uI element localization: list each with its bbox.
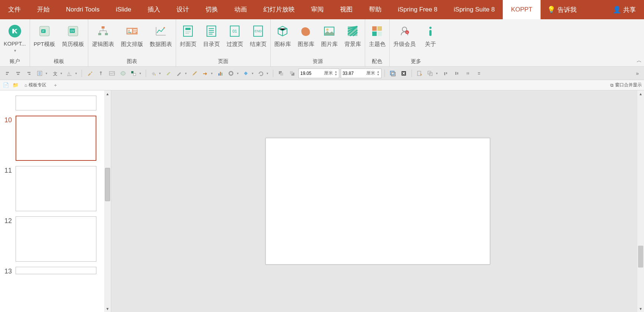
align-left-button[interactable] — [2, 69, 12, 78]
slide-thumbnail[interactable] — [16, 166, 96, 211]
tab-nordri-tools[interactable]: Nordri Tools — [58, 0, 108, 19]
slide-entry-10[interactable]: 10 — [4, 116, 100, 161]
open-folder-icon[interactable]: 📁 — [12, 82, 19, 89]
share-button[interactable]: 👤 共享 — [605, 6, 644, 14]
end-page-button[interactable]: END 结束页 — [249, 22, 267, 49]
highlighter-button[interactable] — [164, 69, 174, 78]
add-tab-button[interactable]: ＋ — [52, 82, 59, 89]
image-text-layout-button[interactable]: 图文排版 — [120, 22, 144, 49]
toolbar-overflow-button[interactable]: » — [633, 70, 642, 76]
align-center-h-button[interactable] — [13, 69, 23, 78]
text-direction-button[interactable]: 文▾ — [50, 69, 64, 78]
pencil-button[interactable] — [190, 69, 199, 78]
slide-entry-11[interactable]: 11 — [4, 166, 100, 211]
tab-koppt[interactable]: KOPPT — [503, 0, 541, 19]
shape-library-button[interactable]: 图形库 — [297, 22, 315, 49]
tab-design[interactable]: 设计 — [168, 0, 197, 19]
slide-entry-prev[interactable] — [4, 96, 100, 110]
height-spinner[interactable]: ▲▼ — [334, 70, 337, 76]
tab-transition[interactable]: 切换 — [197, 0, 226, 19]
end-page-label: 结束页 — [250, 41, 267, 48]
thumbnail-scrollbar[interactable]: ▲ ▼ — [104, 90, 111, 312]
scroll-track[interactable] — [104, 97, 111, 305]
paragraph-spacing-button[interactable]: ▾ — [36, 69, 49, 78]
group-more: V 升级会员 关于 更多 — [390, 19, 442, 66]
theme-color-button[interactable]: 主题色 — [368, 22, 386, 49]
tab-review[interactable]: 审阅 — [303, 0, 332, 19]
svg-point-47 — [121, 72, 125, 75]
width-input[interactable]: 厘米 ▲▼ — [341, 69, 382, 78]
height-input[interactable]: 厘米 ▲▼ — [298, 69, 339, 78]
arrow-style-button[interactable]: ▾ — [201, 69, 214, 78]
selection-pane-button[interactable] — [415, 69, 425, 78]
about-button[interactable]: 关于 — [422, 22, 439, 49]
tab-ispring-free[interactable]: iSpring Free 8 — [390, 0, 446, 19]
distribute-v-button[interactable] — [474, 69, 484, 78]
tab-view[interactable]: 视图 — [332, 0, 361, 19]
koppt-account-button[interactable]: KOPPT... ▼ — [3, 22, 27, 54]
canvas-scrollbar-v[interactable]: ▲ ▼ — [637, 90, 644, 312]
tab-help[interactable]: 帮助 — [361, 0, 390, 19]
new-doc-icon[interactable]: 📄 — [2, 82, 10, 89]
slide-entry-12[interactable]: 12 — [4, 216, 100, 262]
tab-islide[interactable]: iSlide — [108, 0, 139, 19]
tab-ispring-suite[interactable]: iSpring Suite 8 — [446, 0, 503, 19]
current-slide-canvas[interactable] — [265, 138, 490, 265]
tab-insert[interactable]: 插入 — [139, 0, 168, 19]
align-middle-v-button[interactable] — [452, 69, 462, 78]
scroll-up-icon[interactable]: ▲ — [104, 90, 111, 97]
bring-forward-button[interactable] — [276, 69, 286, 78]
tell-me-search[interactable]: 💡 告诉我 — [541, 6, 583, 14]
send-backward-button[interactable] — [287, 69, 297, 78]
shape-fill-button[interactable]: ▾ — [129, 69, 143, 78]
logic-chart-button[interactable]: 逻辑图表 — [91, 22, 115, 49]
scroll-up-icon[interactable]: ▲ — [637, 90, 644, 97]
group-button[interactable]: ▾ — [426, 69, 439, 78]
ppt-template-button[interactable]: P PPT模板 — [33, 22, 56, 49]
rotate-button[interactable]: ▾ — [257, 69, 270, 78]
pin-button[interactable] — [96, 69, 106, 78]
background-library-button[interactable]: 背景库 — [344, 22, 362, 49]
slide-thumbnail[interactable] — [16, 267, 96, 274]
image-library-button[interactable]: 图片库 — [320, 22, 338, 49]
pen-button[interactable]: ▾ — [175, 69, 188, 78]
tab-slideshow[interactable]: 幻灯片放映 — [255, 0, 303, 19]
template-zone-tab[interactable]: ⌂ 模板专区 — [22, 81, 49, 89]
tab-file[interactable]: 文件 — [0, 0, 29, 19]
paint-bucket-button[interactable]: ▾ — [149, 69, 162, 78]
shape-oval-button[interactable] — [118, 69, 128, 78]
slide-thumbnail[interactable] — [16, 216, 96, 262]
donut-chart-button[interactable]: ▾ — [227, 69, 240, 78]
align-top-button[interactable] — [441, 69, 450, 78]
transition-page-button[interactable]: 01 过渡页 — [226, 22, 244, 49]
icon-library-button[interactable]: 图标库 — [274, 22, 292, 49]
resume-template-button[interactable]: CV 简历模板 — [61, 22, 85, 49]
width-spinner[interactable]: ▲▼ — [377, 70, 380, 76]
window-merge-label[interactable]: 窗口合并显示 — [615, 82, 642, 88]
crop-button[interactable] — [388, 69, 397, 78]
slide-entry-13[interactable]: 13 — [4, 267, 100, 275]
tab-animation[interactable]: 动画 — [226, 0, 255, 19]
height-value-field[interactable] — [300, 71, 323, 76]
scroll-thumb[interactable] — [105, 168, 110, 201]
upgrade-member-button[interactable]: V 升级会员 — [393, 22, 416, 49]
data-chart-button[interactable]: 数据图表 — [149, 22, 173, 49]
font-color-button[interactable]: A▾ — [65, 69, 79, 78]
eyedropper-button[interactable] — [85, 69, 95, 78]
collapse-ribbon-button[interactable]: ︿ — [637, 57, 642, 64]
smartart-button[interactable]: ▾ — [242, 69, 255, 78]
toc-page-button[interactable]: 目录页 — [202, 22, 221, 49]
bar-chart-button[interactable] — [216, 69, 225, 78]
remove-bg-button[interactable] — [399, 69, 409, 78]
distribute-h-button[interactable] — [463, 69, 473, 78]
picture-format-button[interactable] — [107, 69, 117, 78]
slide-thumbnail[interactable] — [16, 116, 96, 161]
tab-home[interactable]: 开始 — [29, 0, 58, 19]
scroll-down-icon[interactable]: ▼ — [104, 305, 111, 312]
align-right-button[interactable] — [24, 69, 34, 78]
scroll-thumb[interactable] — [638, 246, 643, 268]
slide-thumbnail[interactable] — [16, 96, 96, 110]
width-value-field[interactable] — [343, 71, 365, 76]
scroll-down-icon[interactable]: ▼ — [637, 305, 644, 312]
cover-page-button[interactable]: 封面页 — [179, 22, 197, 49]
